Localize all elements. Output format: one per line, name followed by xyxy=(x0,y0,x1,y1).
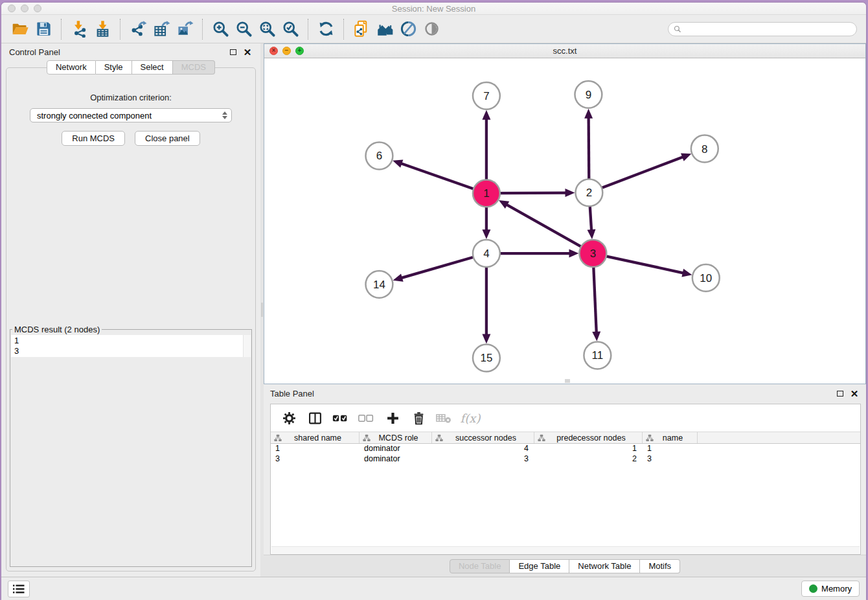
hide-button[interactable] xyxy=(420,17,443,41)
maximize-network-button[interactable]: + xyxy=(295,47,304,55)
column-header-name[interactable]: name xyxy=(643,432,698,443)
import-table-icon xyxy=(94,20,111,38)
table-cell[interactable]: 1 xyxy=(271,444,360,454)
network-window: × − + scc.txt 7968124314101511 xyxy=(264,43,866,384)
table-tab-strip: Node TableEdge TableNetwork TableMotifs xyxy=(264,555,866,577)
export-network-button[interactable] xyxy=(126,17,150,41)
zoom-in-button[interactable] xyxy=(209,17,232,41)
import-network-button[interactable] xyxy=(67,17,91,41)
node-table-box: f(x) shared nameMCDS rolesuccessor nodes… xyxy=(270,404,861,555)
tab-motifs[interactable]: Motifs xyxy=(640,559,680,573)
graph-edge-2-9[interactable] xyxy=(589,117,589,181)
close-network-button[interactable]: × xyxy=(269,47,278,55)
table-cell[interactable]: 3 xyxy=(432,454,534,465)
zoom-in-icon xyxy=(212,20,229,38)
tab-network-table[interactable]: Network Table xyxy=(569,559,640,573)
network-window-title: scc.txt xyxy=(264,46,865,56)
control-panel: Control Panel ✕ NetworkStyleSelectMCDS O… xyxy=(1,43,260,577)
table-cell[interactable]: 3 xyxy=(271,454,360,465)
graph-edge-4-14[interactable] xyxy=(402,257,475,278)
criterion-select[interactable]: strongly connected component xyxy=(30,108,232,122)
style-button[interactable] xyxy=(396,17,420,41)
table-settings-button[interactable] xyxy=(280,409,298,427)
tab-select[interactable]: Select xyxy=(132,60,173,75)
graph-edge-1-2[interactable] xyxy=(498,192,566,193)
table-cell[interactable]: 4 xyxy=(432,444,534,454)
select-all-button[interactable] xyxy=(332,409,350,427)
zoom-out-button[interactable] xyxy=(232,17,255,41)
graph-edge-3-11[interactable] xyxy=(593,265,597,332)
delete-row-button[interactable] xyxy=(409,409,428,427)
zoom-selected-button[interactable] xyxy=(279,17,302,41)
add-row-button[interactable] xyxy=(383,409,402,427)
tab-style[interactable]: Style xyxy=(96,60,132,75)
close-panel-icon[interactable]: ✕ xyxy=(242,47,253,57)
delete-table-button[interactable] xyxy=(435,409,453,427)
table-cell[interactable]: 1 xyxy=(643,444,698,454)
result-scrollbar[interactable] xyxy=(243,335,251,357)
memory-label: Memory xyxy=(821,584,852,594)
tab-node-table[interactable]: Node Table xyxy=(450,559,510,573)
table-panel: Table Panel ✕ f(x) xyxy=(264,384,866,577)
edge-arrow-icon xyxy=(584,108,593,118)
search-field[interactable] xyxy=(668,22,857,36)
table-cell[interactable]: 2 xyxy=(534,454,643,465)
float-table-panel-icon[interactable] xyxy=(835,388,845,398)
column-header-MCDS-role[interactable]: MCDS role xyxy=(360,432,432,443)
edge-arrow-icon xyxy=(482,229,490,239)
function-builder-button[interactable]: f(x) xyxy=(461,409,479,427)
run-mcds-button[interactable]: Run MCDS xyxy=(62,131,125,146)
minimize-network-button[interactable]: − xyxy=(282,47,291,55)
split-view-icon xyxy=(308,411,322,425)
canvas-resize-grip[interactable] xyxy=(565,379,570,383)
column-header-shared-name[interactable]: shared name xyxy=(271,432,360,443)
clone-network-icon xyxy=(353,20,371,38)
tab-network[interactable]: Network xyxy=(47,60,96,75)
mcds-result-group: MCDS result (2 nodes) 1 3 xyxy=(10,325,252,567)
task-history-button[interactable] xyxy=(8,581,30,597)
export-table-button[interactable] xyxy=(150,17,173,41)
memory-button[interactable]: Memory xyxy=(801,581,860,597)
zoom-out-icon xyxy=(235,20,253,38)
table-header-row: shared nameMCDS rolesuccessor nodesprede… xyxy=(271,432,860,444)
network-canvas[interactable]: 7968124314101511 xyxy=(264,58,865,384)
tab-mcds[interactable]: MCDS xyxy=(173,60,215,75)
table-cell[interactable]: dominator xyxy=(360,454,432,465)
graph-edge-2-3[interactable] xyxy=(590,204,592,230)
graph-node-label: 15 xyxy=(480,352,492,364)
export-image-button[interactable] xyxy=(173,17,196,41)
refresh-button[interactable] xyxy=(314,17,337,41)
graph-edge-3-1[interactable] xyxy=(507,205,583,248)
column-header-predecessor-nodes[interactable]: predecessor nodes xyxy=(534,432,643,443)
table-cell[interactable]: dominator xyxy=(360,444,432,454)
toolbar-separator xyxy=(120,19,120,40)
column-header-successor-nodes[interactable]: successor nodes xyxy=(432,432,534,443)
table-row[interactable]: 3dominator323 xyxy=(271,454,860,465)
graph-edge-3-10[interactable] xyxy=(604,255,683,272)
graph-node-label: 14 xyxy=(373,278,385,290)
table-horizontal-scrollbar[interactable] xyxy=(271,546,860,553)
table-cell[interactable]: 3 xyxy=(643,454,698,465)
zoom-fit-button[interactable] xyxy=(255,17,279,41)
float-panel-icon[interactable] xyxy=(228,47,238,57)
open-session-button[interactable] xyxy=(8,17,32,41)
import-network-icon xyxy=(71,20,88,38)
graph-edge-2-8[interactable] xyxy=(600,157,683,189)
graph-node-label: 7 xyxy=(483,89,489,102)
close-panel-button[interactable]: Close panel xyxy=(135,131,200,146)
home-button[interactable] xyxy=(373,17,396,41)
mcds-result-area[interactable]: 1 3 xyxy=(11,335,251,357)
deselect-all-button[interactable] xyxy=(358,409,376,427)
close-table-panel-icon[interactable]: ✕ xyxy=(849,388,860,398)
save-session-button[interactable] xyxy=(32,17,55,41)
split-view-button[interactable] xyxy=(306,409,324,427)
panel-splitter[interactable] xyxy=(260,43,264,577)
clone-network-button[interactable] xyxy=(350,17,373,41)
tab-edge-table[interactable]: Edge Table xyxy=(510,559,569,573)
hierarchy-icon xyxy=(363,434,371,442)
table-row[interactable]: 1dominator411 xyxy=(271,444,860,454)
import-table-button[interactable] xyxy=(91,17,114,41)
graph-edge-1-6[interactable] xyxy=(401,163,475,189)
table-cell[interactable]: 1 xyxy=(534,444,643,454)
search-input[interactable] xyxy=(685,24,851,34)
